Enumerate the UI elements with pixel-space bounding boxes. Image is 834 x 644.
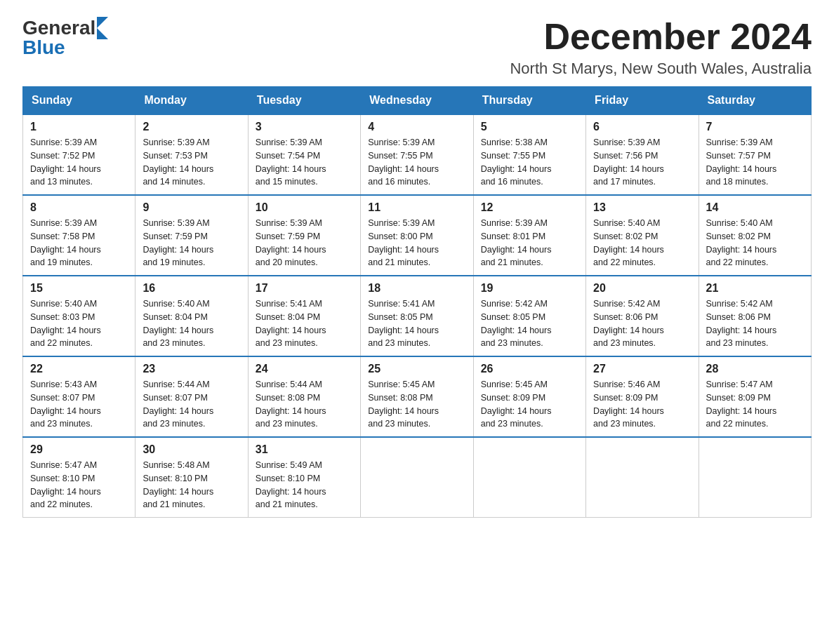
day-cell: 16 Sunrise: 5:40 AM Sunset: 8:04 PM Dayl…	[135, 276, 248, 356]
day-cell: 19 Sunrise: 5:42 AM Sunset: 8:05 PM Dayl…	[473, 276, 585, 356]
day-cell: 22 Sunrise: 5:43 AM Sunset: 8:07 PM Dayl…	[23, 356, 135, 437]
day-cell: 5 Sunrise: 5:38 AM Sunset: 7:55 PM Dayli…	[473, 114, 585, 195]
day-number: 27	[593, 363, 691, 375]
day-info: Sunrise: 5:40 AM Sunset: 8:04 PM Dayligh…	[143, 297, 240, 350]
page-header: General Blue December 2024 North St Mary…	[22, 17, 812, 78]
col-sunday: Sunday	[23, 87, 135, 115]
col-friday: Friday	[586, 87, 699, 115]
week-row-2: 8 Sunrise: 5:39 AM Sunset: 7:58 PM Dayli…	[23, 195, 812, 276]
day-info: Sunrise: 5:42 AM Sunset: 8:05 PM Dayligh…	[481, 297, 578, 350]
day-number: 20	[593, 282, 691, 295]
day-number: 14	[706, 201, 804, 214]
day-number: 6	[593, 121, 691, 133]
col-wednesday: Wednesday	[361, 87, 473, 115]
day-number: 3	[256, 121, 353, 133]
day-number: 29	[30, 443, 128, 456]
day-number: 12	[481, 201, 578, 214]
day-info: Sunrise: 5:44 AM Sunset: 8:07 PM Dayligh…	[143, 378, 240, 431]
day-number: 19	[481, 282, 578, 295]
day-number: 18	[368, 282, 465, 295]
day-number: 23	[143, 363, 240, 375]
day-cell: 17 Sunrise: 5:41 AM Sunset: 8:04 PM Dayl…	[248, 276, 360, 356]
day-cell: 1 Sunrise: 5:39 AM Sunset: 7:52 PM Dayli…	[23, 114, 135, 195]
day-number: 21	[706, 282, 804, 295]
day-number: 13	[593, 201, 691, 214]
day-number: 25	[368, 363, 465, 375]
day-number: 16	[143, 282, 240, 295]
day-info: Sunrise: 5:47 AM Sunset: 8:09 PM Dayligh…	[706, 378, 804, 431]
col-monday: Monday	[135, 87, 248, 115]
col-saturday: Saturday	[699, 87, 811, 115]
day-info: Sunrise: 5:42 AM Sunset: 8:06 PM Dayligh…	[593, 297, 691, 350]
col-thursday: Thursday	[473, 87, 585, 115]
day-cell: 31 Sunrise: 5:49 AM Sunset: 8:10 PM Dayl…	[248, 437, 360, 518]
day-cell	[586, 437, 699, 518]
day-number: 22	[30, 363, 128, 375]
day-cell: 15 Sunrise: 5:40 AM Sunset: 8:03 PM Dayl…	[23, 276, 135, 356]
day-cell: 18 Sunrise: 5:41 AM Sunset: 8:05 PM Dayl…	[361, 276, 473, 356]
day-cell	[699, 437, 811, 518]
day-number: 7	[706, 121, 804, 133]
day-cell: 8 Sunrise: 5:39 AM Sunset: 7:58 PM Dayli…	[23, 195, 135, 276]
day-info: Sunrise: 5:38 AM Sunset: 7:55 PM Dayligh…	[481, 136, 578, 189]
day-info: Sunrise: 5:39 AM Sunset: 7:53 PM Dayligh…	[143, 136, 240, 189]
day-info: Sunrise: 5:39 AM Sunset: 8:01 PM Dayligh…	[481, 217, 578, 269]
day-info: Sunrise: 5:45 AM Sunset: 8:08 PM Dayligh…	[368, 378, 465, 431]
week-row-4: 22 Sunrise: 5:43 AM Sunset: 8:07 PM Dayl…	[23, 356, 812, 437]
day-cell: 23 Sunrise: 5:44 AM Sunset: 8:07 PM Dayl…	[135, 356, 248, 437]
day-info: Sunrise: 5:43 AM Sunset: 8:07 PM Dayligh…	[30, 378, 128, 431]
day-cell: 7 Sunrise: 5:39 AM Sunset: 7:57 PM Dayli…	[699, 114, 811, 195]
day-info: Sunrise: 5:40 AM Sunset: 8:02 PM Dayligh…	[593, 217, 691, 269]
day-info: Sunrise: 5:48 AM Sunset: 8:10 PM Dayligh…	[143, 459, 240, 511]
day-info: Sunrise: 5:42 AM Sunset: 8:06 PM Dayligh…	[706, 297, 804, 350]
location-subtitle: North St Marys, New South Wales, Austral…	[510, 60, 812, 78]
day-number: 28	[706, 363, 804, 375]
day-info: Sunrise: 5:40 AM Sunset: 8:02 PM Dayligh…	[706, 217, 804, 269]
week-row-3: 15 Sunrise: 5:40 AM Sunset: 8:03 PM Dayl…	[23, 276, 812, 356]
day-number: 15	[30, 282, 128, 295]
day-info: Sunrise: 5:49 AM Sunset: 8:10 PM Dayligh…	[256, 459, 353, 511]
day-number: 10	[256, 201, 353, 214]
day-info: Sunrise: 5:39 AM Sunset: 7:52 PM Dayligh…	[30, 136, 128, 189]
day-cell: 4 Sunrise: 5:39 AM Sunset: 7:55 PM Dayli…	[361, 114, 473, 195]
day-info: Sunrise: 5:39 AM Sunset: 7:59 PM Dayligh…	[256, 217, 353, 269]
month-year-title: December 2024	[510, 17, 812, 57]
day-cell	[473, 437, 585, 518]
day-info: Sunrise: 5:39 AM Sunset: 8:00 PM Dayligh…	[368, 217, 465, 269]
day-info: Sunrise: 5:39 AM Sunset: 7:58 PM Dayligh…	[30, 217, 128, 269]
day-cell: 27 Sunrise: 5:46 AM Sunset: 8:09 PM Dayl…	[586, 356, 699, 437]
day-number: 31	[256, 443, 353, 456]
day-cell: 21 Sunrise: 5:42 AM Sunset: 8:06 PM Dayl…	[699, 276, 811, 356]
day-info: Sunrise: 5:47 AM Sunset: 8:10 PM Dayligh…	[30, 459, 128, 511]
day-number: 17	[256, 282, 353, 295]
day-cell: 3 Sunrise: 5:39 AM Sunset: 7:54 PM Dayli…	[248, 114, 360, 195]
day-cell: 24 Sunrise: 5:44 AM Sunset: 8:08 PM Dayl…	[248, 356, 360, 437]
day-info: Sunrise: 5:44 AM Sunset: 8:08 PM Dayligh…	[256, 378, 353, 431]
day-info: Sunrise: 5:39 AM Sunset: 7:59 PM Dayligh…	[143, 217, 240, 269]
day-cell: 12 Sunrise: 5:39 AM Sunset: 8:01 PM Dayl…	[473, 195, 585, 276]
day-cell: 20 Sunrise: 5:42 AM Sunset: 8:06 PM Dayl…	[586, 276, 699, 356]
calendar-table: Sunday Monday Tuesday Wednesday Thursday…	[22, 86, 812, 518]
logo: General Blue	[22, 17, 108, 59]
day-cell: 29 Sunrise: 5:47 AM Sunset: 8:10 PM Dayl…	[23, 437, 135, 518]
week-row-5: 29 Sunrise: 5:47 AM Sunset: 8:10 PM Dayl…	[23, 437, 812, 518]
day-info: Sunrise: 5:39 AM Sunset: 7:55 PM Dayligh…	[368, 136, 465, 189]
day-cell	[361, 437, 473, 518]
day-cell: 9 Sunrise: 5:39 AM Sunset: 7:59 PM Dayli…	[135, 195, 248, 276]
logo-blue-text: Blue	[22, 36, 108, 59]
day-cell: 13 Sunrise: 5:40 AM Sunset: 8:02 PM Dayl…	[586, 195, 699, 276]
day-info: Sunrise: 5:45 AM Sunset: 8:09 PM Dayligh…	[481, 378, 578, 431]
day-cell: 10 Sunrise: 5:39 AM Sunset: 7:59 PM Dayl…	[248, 195, 360, 276]
day-info: Sunrise: 5:39 AM Sunset: 7:56 PM Dayligh…	[593, 136, 691, 189]
day-number: 2	[143, 121, 240, 133]
day-number: 4	[368, 121, 465, 133]
day-cell: 26 Sunrise: 5:45 AM Sunset: 8:09 PM Dayl…	[473, 356, 585, 437]
calendar-title-block: December 2024 North St Marys, New South …	[510, 17, 812, 78]
day-number: 1	[30, 121, 128, 133]
col-tuesday: Tuesday	[248, 87, 360, 115]
calendar-header-row: Sunday Monday Tuesday Wednesday Thursday…	[23, 87, 812, 115]
day-cell: 28 Sunrise: 5:47 AM Sunset: 8:09 PM Dayl…	[699, 356, 811, 437]
day-cell: 6 Sunrise: 5:39 AM Sunset: 7:56 PM Dayli…	[586, 114, 699, 195]
day-number: 11	[368, 201, 465, 214]
day-number: 30	[143, 443, 240, 456]
